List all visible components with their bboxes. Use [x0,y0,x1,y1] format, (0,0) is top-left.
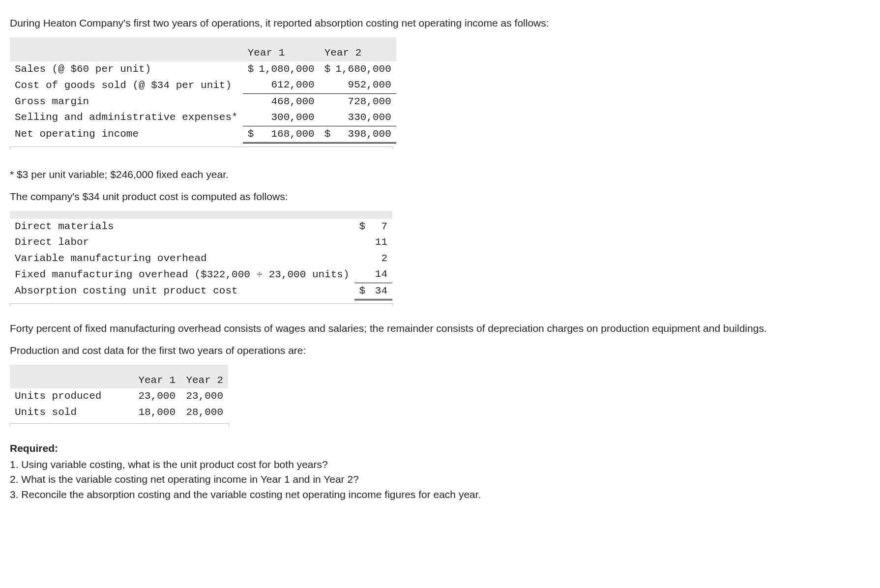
cell-value: 468,000 [254,93,319,110]
cell-value: 330,000 [330,110,396,126]
currency-symbol [320,110,331,126]
row-label: Units produced [10,388,133,404]
currency-symbol: $ [243,126,254,143]
row-label: Absorption costing unit product cost [10,283,354,299]
col-header-year2: Year 2 [320,45,396,61]
currency-symbol [354,251,367,266]
row-label: Direct materials [10,219,354,235]
cell-value: 612,000 [254,77,319,93]
currency-symbol [354,266,367,283]
row-label: Gross margin [10,93,243,110]
table-row: Units sold 18,000 28,000 [10,405,228,420]
currency-symbol [243,110,254,126]
unit-cost-table: Direct materials $ 7 Direct labor 11 Var… [10,211,392,300]
cell-value: 168,000 [254,126,319,143]
table-row: Variable manufacturing overhead 2 [10,251,392,266]
currency-symbol [320,77,331,93]
cell-value: 2 [367,251,392,266]
scroll-hint-bar [10,423,229,426]
row-label: Fixed manufacturing overhead ($322,000 ÷… [10,266,354,283]
row-label: Net operating income [10,126,243,143]
overhead-note: Forty percent of fixed manufacturing ove… [10,321,870,336]
col-header-year1: Year 1 [243,45,320,61]
table-row: Cost of goods sold (@ $34 per unit) 612,… [10,77,396,93]
currency-symbol [243,77,254,93]
cell-value: 7 [367,219,392,235]
col-header-year1: Year 1 [133,373,180,388]
currency-symbol: $ [320,126,331,143]
table-row: Fixed manufacturing overhead ($322,000 ÷… [10,266,392,283]
production-intro: Production and cost data for the first t… [10,343,870,358]
table-row: Absorption costing unit product cost $ 3… [10,283,392,299]
currency-symbol: $ [354,219,367,235]
question-3: 3. Reconcile the absorption costing and … [10,487,870,502]
cell-value: 1,080,000 [254,61,319,77]
cell-value: 23,000 [133,388,180,404]
table-row: Direct materials $ 7 [10,219,392,235]
cell-value: 728,000 [330,93,396,110]
table-row: Units produced 23,000 23,000 [10,388,228,404]
cell-value: 398,000 [330,126,396,143]
cell-value: 28,000 [180,405,228,420]
intro-paragraph: During Heaton Company's first two years … [10,16,870,30]
table-row: Sales (@ $60 per unit) $ 1,080,000 $ 1,6… [10,61,396,77]
table-row: Selling and administrative expenses* 300… [10,110,396,126]
unit-cost-intro: The company's $34 unit product cost is c… [10,189,870,204]
scroll-hint-bar [10,303,393,306]
income-statement-table: Year 1 Year 2 Sales (@ $60 per unit) $ 1… [10,37,396,144]
cell-value: 1,680,000 [330,61,396,77]
row-label: Sales (@ $60 per unit) [10,61,243,77]
table-row: Net operating income $ 168,000 $ 398,000 [10,126,396,143]
currency-symbol: $ [320,61,331,77]
table-row: Gross margin 468,000 728,000 [10,93,396,110]
row-label: Units sold [10,405,133,420]
currency-symbol [354,235,367,250]
cell-value: 18,000 [133,405,180,420]
production-data-table: Year 1 Year 2 Units produced 23,000 23,0… [10,365,228,420]
row-label: Cost of goods sold (@ $34 per unit) [10,77,243,93]
currency-symbol [320,93,331,110]
currency-symbol: $ [354,283,367,299]
required-heading: Required: [10,441,870,456]
question-2: 2. What is the variable costing net oper… [10,472,870,487]
cell-value: 952,000 [330,77,396,93]
currency-symbol [243,93,254,110]
footnote-text: * $3 per unit variable; $246,000 fixed e… [10,167,870,182]
row-label: Direct labor [10,235,354,250]
row-label: Selling and administrative expenses* [10,110,243,126]
scroll-hint-bar [10,147,393,149]
cell-value: 34 [367,283,392,299]
cell-value: 11 [367,235,392,250]
currency-symbol: $ [243,61,254,77]
col-header-year2: Year 2 [180,373,228,388]
cell-value: 14 [367,266,392,283]
question-1: 1. Using variable costing, what is the u… [10,457,870,472]
cell-value: 300,000 [254,110,319,126]
cell-value: 23,000 [180,388,228,404]
table-row: Direct labor 11 [10,235,392,250]
row-label: Variable manufacturing overhead [10,251,354,266]
